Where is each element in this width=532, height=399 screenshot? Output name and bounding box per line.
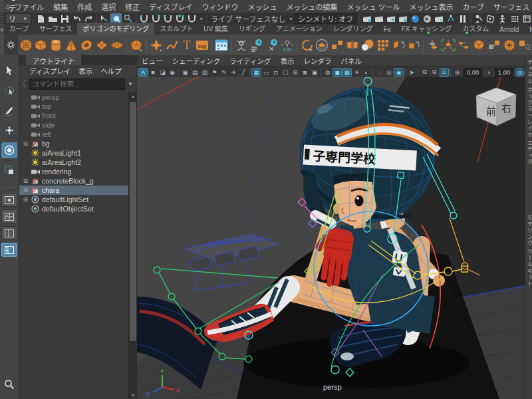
tree-row-rendering[interactable]: rendering	[19, 167, 129, 176]
menubar-grip[interactable]	[0, 0, 4, 13]
tab-custom[interactable]: カスタム	[457, 23, 494, 35]
renderer-icon[interactable]: A	[139, 68, 148, 76]
scrollbar-thumb[interactable]	[130, 102, 136, 341]
vp-menu-renderer[interactable]: レンダラ	[299, 56, 336, 66]
motion-blur-icon[interactable]: ◎	[385, 68, 394, 76]
tree-row-chara[interactable]: ⊞chara	[19, 186, 129, 195]
tree-row-front[interactable]: front	[19, 111, 129, 120]
menu-create[interactable]: 作成	[72, 1, 96, 12]
camera-attributes-icon[interactable]: ▥	[200, 68, 209, 76]
poly-torus-icon[interactable]	[79, 37, 94, 54]
select-camera-icon[interactable]: ▣	[181, 68, 190, 76]
paint-select-tool[interactable]	[1, 102, 17, 118]
search-input[interactable]	[29, 78, 125, 90]
view-transform-icon[interactable]: ◍	[515, 68, 524, 76]
grid-icon[interactable]: ▦	[252, 68, 261, 76]
svg-tool-icon[interactable]: svg	[194, 37, 209, 54]
scroll-up-icon[interactable]: ▲	[129, 94, 137, 98]
tab-surfaces[interactable]: サーフェス	[34, 23, 77, 35]
tab-uv-editing[interactable]: UV 編集	[198, 23, 233, 35]
poly-disc-icon[interactable]	[109, 37, 124, 54]
film-gate-icon[interactable]: ▭	[262, 68, 271, 76]
poly-cylinder-icon[interactable]	[49, 37, 64, 54]
vp-menu-lighting[interactable]: ライティング	[225, 56, 275, 66]
extrude-icon[interactable]	[426, 37, 441, 54]
remesh-icon[interactable]	[375, 37, 390, 54]
tab-sculpting[interactable]: スカルプト	[154, 23, 198, 35]
filter-icon[interactable]	[23, 80, 26, 88]
xray-icon[interactable]: ⧅	[440, 68, 449, 76]
tree-row-bg[interactable]: ⊞bg	[19, 139, 129, 148]
poly-plane-icon[interactable]	[94, 37, 109, 54]
tree-row-defaultLightSet[interactable]: ⊞defaultLightSet	[19, 195, 129, 204]
2d-pan-zoom-icon[interactable]: ✈	[229, 68, 238, 76]
menu-curves[interactable]: カーブ	[458, 1, 489, 12]
tab-fx[interactable]: Fx	[378, 25, 396, 35]
scale-tool[interactable]	[1, 162, 17, 178]
expand-icon[interactable]: ⊞	[22, 178, 29, 185]
select-tool[interactable]	[1, 63, 17, 78]
clock-delete-icon[interactable]: ✕	[265, 37, 280, 54]
single-pane-layout[interactable]	[1, 193, 17, 207]
vp-menu-panels[interactable]: パネル	[336, 56, 366, 66]
tab-poly-modeling[interactable]: ポリゴンのモデリング	[77, 23, 154, 35]
chevron-down-icon[interactable]: ▾	[198, 16, 205, 22]
gamma-icon[interactable]: ◑	[484, 68, 493, 76]
use-all-lights-icon[interactable]: ☀	[352, 68, 361, 76]
bridge-icon[interactable]	[456, 37, 471, 54]
outliner-menu-show[interactable]: 表示	[75, 66, 96, 76]
outliner-tab[interactable]: アウトライナ	[26, 55, 81, 65]
viewport-3d-canvas[interactable]: 子専門学校	[137, 77, 525, 399]
chevron-down-icon[interactable]: ▼	[128, 81, 133, 87]
tree-row-concreteBlock_g[interactable]: ⊞concreteBlock_g	[19, 176, 129, 186]
pencil-curve-icon[interactable]	[164, 37, 180, 54]
boolean-icon[interactable]	[360, 37, 376, 54]
expand-icon[interactable]: ⊞	[22, 140, 29, 148]
tab-arnold[interactable]: Arnold	[494, 25, 524, 35]
tab-rigging[interactable]: リギング	[233, 23, 271, 35]
isolate-select-icon[interactable]: ➤	[408, 68, 416, 76]
ui-window-icon[interactable]	[214, 37, 229, 54]
tree-row-persp[interactable]: persp	[19, 92, 129, 102]
zero-transform-icon[interactable]: 0.00	[279, 37, 295, 54]
poly-cube-icon[interactable]	[33, 37, 49, 54]
platonic-solid-icon[interactable]	[129, 37, 144, 54]
menu-mesh-display[interactable]: メッシュ表示	[405, 1, 458, 12]
vp-menu-view[interactable]: ビュー	[137, 56, 168, 66]
image-plane-icon[interactable]: ✎	[220, 68, 229, 76]
mirror-icon[interactable]	[390, 37, 406, 54]
poly-sphere-icon[interactable]	[18, 37, 33, 54]
lasso-tool[interactable]	[1, 82, 17, 98]
menu-edit-mesh[interactable]: メッシュの編集	[281, 1, 342, 12]
tab-rendering[interactable]: レンダリング	[328, 23, 378, 35]
smooth-icon[interactable]	[406, 37, 421, 54]
channel-box-tab[interactable]: チャネル ボックス / レイヤ エディタ	[525, 59, 532, 165]
exposure-icon[interactable]: ⊕	[453, 68, 462, 76]
separate-icon[interactable]	[330, 37, 345, 54]
gate-mask-icon[interactable]: ▢	[281, 68, 290, 76]
rotate-tool[interactable]	[1, 142, 17, 158]
shelf-grip[interactable]	[0, 35, 4, 55]
wireframe-icon[interactable]: ◍	[323, 68, 332, 76]
safe-title-icon[interactable]: ▣	[311, 68, 319, 76]
tab-animation[interactable]: アニメーション	[271, 23, 328, 35]
channel-box-icon[interactable]	[509, 13, 520, 24]
split-cylinder-icon[interactable]	[345, 37, 360, 54]
scroll-down-icon[interactable]: ▼	[129, 393, 137, 398]
multi-cut-cube-icon[interactable]	[471, 37, 486, 54]
shaded-icon[interactable]: ◼	[333, 68, 342, 76]
menu-mesh[interactable]: メッシュ	[243, 1, 281, 12]
menu-surfaces[interactable]: サーフェス	[489, 1, 532, 12]
modeling-toolkit-tab[interactable]: モデリング ツールキット	[525, 215, 532, 287]
outliner-menu-display[interactable]: ディスプレイ	[26, 66, 74, 76]
type-tool-icon[interactable]: T	[179, 37, 194, 54]
menu-edit[interactable]: 編集	[49, 1, 72, 12]
quality3-icon[interactable]: ◉	[168, 68, 177, 76]
projector-icon[interactable]	[234, 37, 249, 54]
tree-row-left[interactable]: left	[19, 130, 129, 139]
quality2-icon[interactable]: ◪	[158, 68, 167, 76]
gamma-value[interactable]: 1.00	[495, 68, 514, 77]
vp-menu-show[interactable]: 表示	[275, 56, 299, 66]
star-curve-icon[interactable]	[149, 37, 164, 54]
pencil-icon[interactable]: ╱	[239, 68, 248, 76]
